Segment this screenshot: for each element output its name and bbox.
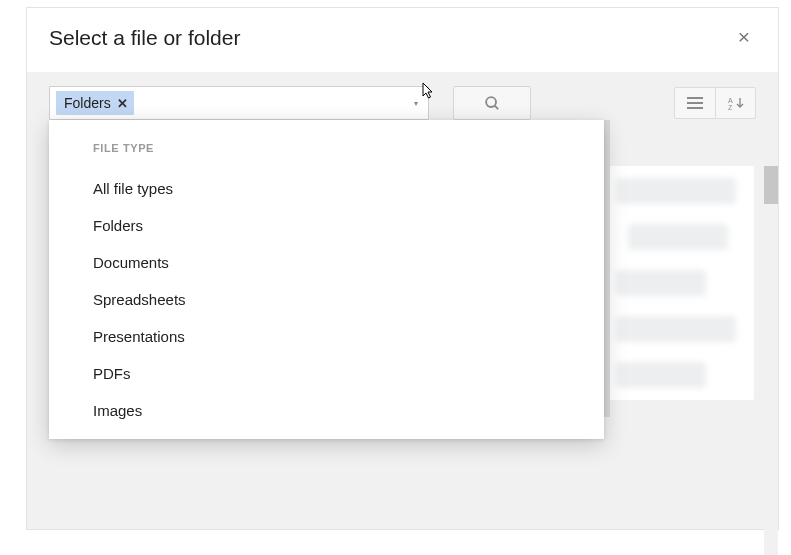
file-type-option[interactable]: Presentations (93, 318, 604, 355)
svg-text:A: A (728, 97, 733, 104)
svg-rect-2 (687, 97, 703, 99)
svg-rect-4 (687, 107, 703, 109)
filter-chip[interactable]: Folders ✕ (56, 91, 134, 115)
dropdown-edge-shadow (604, 120, 610, 417)
file-type-section: FILE TYPE All file types Folders Documen… (49, 142, 604, 429)
file-picker-modal: Select a file or folder × Folders ✕ ▾ (26, 7, 779, 530)
list-view-button[interactable] (675, 88, 715, 118)
search-button[interactable] (453, 86, 531, 120)
file-type-dropdown: FILE TYPE All file types Folders Documen… (49, 120, 604, 439)
filter-chip-label: Folders (64, 95, 111, 111)
placeholder-line (616, 178, 736, 204)
sort-button[interactable]: A Z (715, 88, 755, 118)
file-type-option[interactable]: Folders (93, 207, 604, 244)
sort-az-icon: A Z (727, 96, 745, 110)
toolbar: Folders ✕ ▾ (27, 72, 778, 166)
placeholder-line (616, 362, 706, 388)
search-icon (484, 95, 501, 112)
toolbar-row: Folders ✕ ▾ (49, 86, 756, 120)
chevron-down-icon[interactable]: ▾ (414, 99, 418, 108)
svg-point-0 (486, 97, 496, 107)
file-type-option[interactable]: Spreadsheets (93, 281, 604, 318)
scrollbar-thumb[interactable] (764, 166, 778, 204)
svg-line-1 (494, 105, 498, 109)
placeholder-line (628, 224, 728, 250)
svg-rect-3 (687, 102, 703, 104)
filter-input[interactable]: Folders ✕ ▾ (49, 86, 429, 120)
file-type-option[interactable]: Images (93, 392, 604, 429)
list-view-icon (687, 97, 703, 109)
file-type-option[interactable]: PDFs (93, 355, 604, 392)
file-type-option[interactable]: Documents (93, 244, 604, 281)
svg-text:Z: Z (728, 104, 733, 110)
placeholder-line (616, 316, 736, 342)
section-label: FILE TYPE (93, 142, 604, 154)
filter-chip-remove-icon[interactable]: ✕ (117, 96, 128, 111)
modal-title: Select a file or folder (49, 26, 240, 50)
file-type-option[interactable]: All file types (93, 170, 604, 207)
view-controls: A Z (674, 87, 756, 119)
modal-header: Select a file or folder × (27, 8, 778, 72)
results-preview (606, 166, 754, 400)
placeholder-line (616, 270, 706, 296)
scrollbar-track[interactable] (764, 166, 778, 555)
close-button[interactable]: × (732, 26, 756, 50)
